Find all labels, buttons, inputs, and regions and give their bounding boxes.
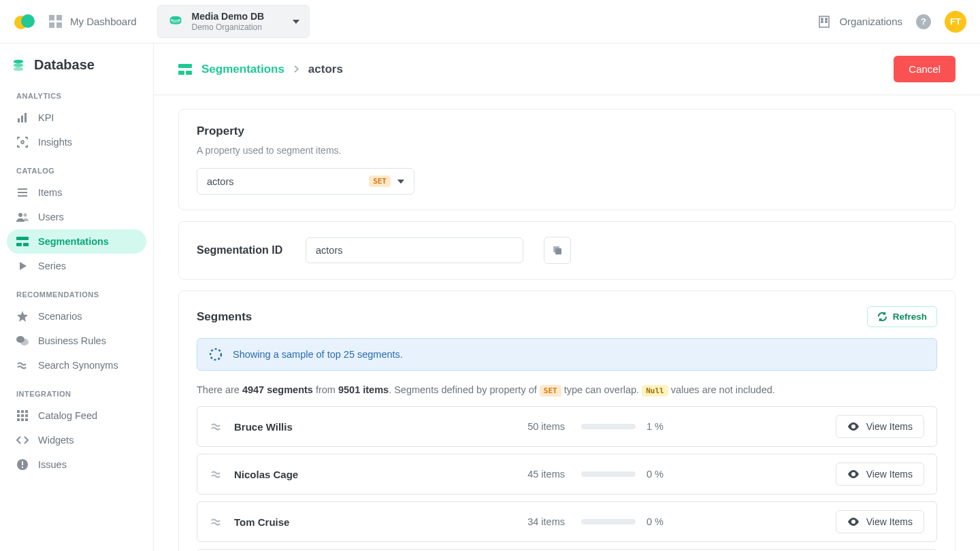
segment-name: Tom Cruise [234,516,493,528]
view-items-button[interactable]: View Items [836,510,924,533]
sidebar-item-label: Insights [38,137,72,148]
segments-title: Segments [197,310,252,324]
svg-point-9 [14,59,24,63]
eye-icon [847,470,860,478]
property-select-value: actors [207,176,362,187]
svg-rect-4 [819,16,829,27]
sidebar-item-users[interactable]: Users [7,205,146,229]
alert-icon [16,458,29,471]
breadcrumb-root[interactable]: Segmentations [201,63,284,76]
sidebar-item-kpi[interactable]: KPI [7,105,146,130]
sidebar-item-label: Users [38,212,64,222]
sidebar-item-catalog-feed[interactable]: Catalog Feed [7,403,146,428]
svg-rect-42 [555,248,561,254]
user-avatar[interactable]: FT [945,11,966,33]
sidebar-item-scenarios[interactable]: Scenarios [7,304,146,329]
sidebar-item-widgets[interactable]: Widgets [7,428,146,452]
list-icon [16,186,29,199]
property-title: Property [197,124,937,138]
refresh-icon [877,312,887,322]
svg-rect-27 [21,410,24,413]
svg-rect-28 [25,410,28,413]
top-bar: My Dashboard Media Demo DB Demo Organiza… [0,0,980,44]
svg-point-3 [170,20,180,24]
segments-list: Bruce Willis50 items1 %View ItemsNicolas… [197,406,937,551]
seg-id-label: Segmentation ID [197,244,285,256]
sidebar-item-business-rules[interactable]: Business Rules [7,329,146,353]
cancel-button[interactable]: Cancel [894,56,956,82]
main-content: Segmentations actors Cancel Property A p… [154,44,980,551]
approx-icon [210,422,223,431]
svg-point-15 [21,141,24,144]
svg-point-43 [210,349,221,360]
copy-icon [552,245,563,256]
database-switcher[interactable]: Media Demo DB Demo Organization [157,5,310,38]
view-items-label: View Items [866,469,913,480]
sidebar-item-label: Widgets [38,435,74,446]
view-items-button[interactable]: View Items [836,463,924,486]
segment-pct: 0 % [647,469,674,480]
sidebar-item-label: Catalog Feed [38,410,97,421]
sidebar-item-insights[interactable]: Insights [7,130,146,154]
segments-icon [16,235,29,248]
sidebar-item-search-synonyms[interactable]: Search Synonyms [7,353,146,378]
sidebar-title-text: Database [34,57,95,73]
org-label: Organizations [839,16,902,27]
svg-point-10 [14,63,24,67]
svg-rect-36 [22,461,23,465]
play-icon [16,260,29,272]
refresh-button[interactable]: Refresh [867,306,937,327]
database-icon [167,14,184,30]
svg-rect-12 [18,118,20,122]
segment-bar [581,519,636,524]
sidebar-item-issues[interactable]: Issues [7,452,146,477]
sidebar-section: INTEGRATION [7,378,146,403]
svg-rect-32 [17,418,20,421]
svg-point-25 [20,339,29,346]
db-title: Media Demo DB [192,11,265,22]
svg-rect-37 [22,467,23,468]
sidebar-item-label: Search Synonyms [38,360,118,371]
sidebar-item-label: KPI [38,112,54,123]
copy-button[interactable] [544,237,571,264]
segment-pct: 1 % [647,421,674,432]
segmentation-id-card: Segmentation ID [178,221,956,280]
svg-rect-22 [16,243,22,246]
caret-down-icon [293,20,299,24]
refresh-label: Refresh [893,312,927,322]
sidebar-item-label: Scenarios [38,311,82,322]
svg-rect-13 [21,116,23,122]
segment-row: Nicolas Cage45 items0 %View Items [197,454,937,495]
sidebar-item-items[interactable]: Items [7,180,146,205]
info-icon [210,348,222,361]
caret-down-icon [397,180,404,184]
sidebar-item-label: Segmentations [38,236,109,247]
segments-card: Segments Refresh Showing a sample of top… [178,290,956,551]
view-items-label: View Items [866,516,913,527]
view-items-button[interactable]: View Items [836,415,924,438]
svg-point-20 [24,214,27,217]
alert-text: Showing a sample of top 25 segments. [233,349,403,360]
segment-count: 34 items [504,516,565,527]
sidebar-item-series[interactable]: Series [7,254,146,278]
convo-icon [16,335,29,347]
help-button[interactable]: ? [916,14,931,29]
db-subtitle: Demo Organization [192,22,265,32]
property-card: Property A property used to segment item… [178,109,956,210]
sidebar-item-segmentations[interactable]: Segmentations [7,229,146,254]
sidebar-section: CATALOG [7,154,146,180]
svg-rect-14 [24,113,27,122]
seg-id-input[interactable] [306,237,523,263]
dashboard-label: My Dashboard [70,16,137,27]
property-select[interactable]: actors SET [197,168,414,195]
svg-point-11 [14,67,24,71]
organizations-link[interactable]: Organizations [819,16,902,28]
sidebar-title: Database [7,57,146,80]
star-icon [16,310,29,322]
bars-icon [16,112,29,124]
approx-icon [210,470,223,478]
grid-icon [16,410,29,422]
segment-row: Bruce Willis50 items1 %View Items [197,406,937,447]
my-dashboard-link[interactable]: My Dashboard [49,15,137,28]
svg-rect-40 [186,71,192,75]
